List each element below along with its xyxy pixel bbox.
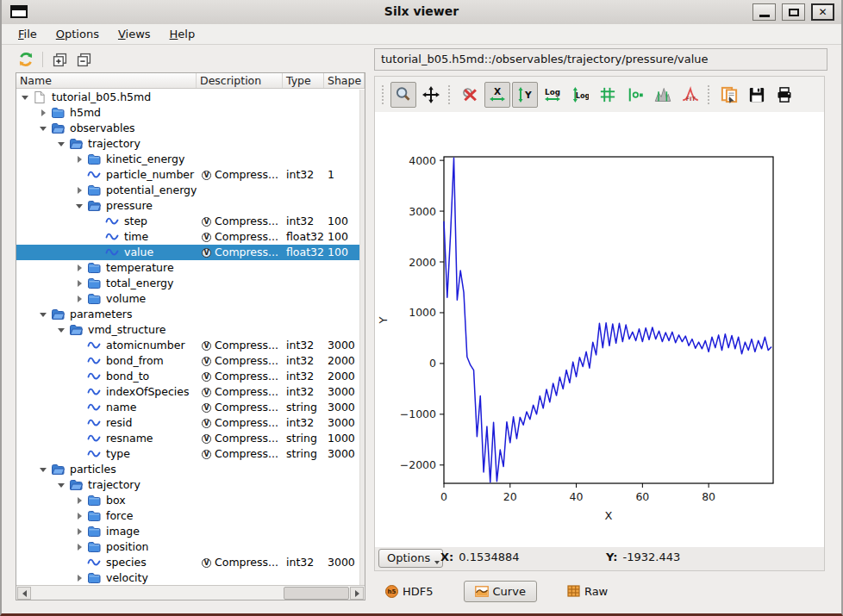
tree-row[interactable]: vmd_structure [16,322,360,338]
folder-icon [87,525,102,538]
tree-row[interactable]: particles [16,462,360,477]
tree-row[interactable]: potential_energy [16,183,360,198]
collapse-arrow-icon[interactable] [20,92,30,103]
tree-row[interactable]: timeVCompress...float32100 [16,229,360,245]
shape-cell [324,121,360,136]
collapse-all-button[interactable] [72,48,96,71]
scrollbar-thumb[interactable] [284,587,349,600]
scroll-right-arrow[interactable] [350,587,364,600]
histogram-button[interactable] [650,82,676,108]
expand-arrow-icon[interactable] [74,542,84,552]
tree-row[interactable]: nameVCompress...string3000 [16,400,360,415]
tree-row[interactable]: valueVCompress...float32100 [16,245,360,260]
x-log-scale-button[interactable]: Log [540,82,565,108]
close-button[interactable]: ✕ [811,3,834,21]
expand-arrow-icon[interactable] [74,263,84,273]
expand-arrow-icon[interactable] [74,294,84,304]
tab-curve[interactable]: Curve [464,581,537,602]
y-autoscale-button[interactable]: Y [512,82,538,108]
refresh-button[interactable] [14,48,38,71]
expand-arrow-icon[interactable] [74,495,84,506]
tree-row[interactable]: observables [16,121,360,136]
tree-row[interactable]: pressure [16,198,360,214]
tree-row[interactable]: typeVCompress...string3000 [16,446,360,462]
tab-raw[interactable]: Raw [556,581,619,602]
column-header-shape[interactable]: Shape [324,73,365,88]
options-button[interactable]: Options [378,549,443,568]
minimize-button[interactable] [752,3,776,21]
zoom-mode-button[interactable] [390,82,416,108]
collapse-arrow-icon[interactable] [74,201,84,211]
expand-arrow-icon[interactable] [74,526,84,537]
save-button[interactable] [744,82,770,108]
expand-all-button[interactable] [47,48,72,71]
column-header-type[interactable]: Type [283,73,324,88]
copy-button[interactable] [716,82,742,108]
panel-splitter[interactable] [366,72,374,600]
x-autoscale-button[interactable]: X [484,82,510,108]
tree-row[interactable]: force [16,508,360,524]
tree-row[interactable]: resnameVCompress...string1000 [16,431,360,446]
pan-mode-button[interactable] [418,82,444,108]
column-header-name[interactable]: Name [16,73,197,88]
collapse-arrow-icon[interactable] [38,123,48,134]
open-folder-icon [51,463,66,476]
tree-row[interactable]: particle_numberVCompress...int321 [16,167,360,183]
tree-row[interactable]: volume [16,291,360,307]
collapse-arrow-icon[interactable] [56,480,66,490]
tree-row[interactable]: trajectory [16,136,360,152]
tab-hdf5[interactable]: h5 HDF5 [374,581,445,602]
reset-zoom-button[interactable] [457,82,483,108]
tree-row[interactable]: speciesVCompress...int323000 [16,555,360,570]
node-label: atomicnumber [105,338,185,353]
collapse-arrow-icon[interactable] [38,464,48,475]
tree-vertical-scrollbar[interactable] [359,90,365,586]
expand-arrow-icon[interactable] [74,511,84,521]
tree-row[interactable]: parameters [16,307,360,322]
shape-cell [324,260,360,276]
tree-row[interactable]: bond_fromVCompress...int322000 [16,353,360,369]
expand-arrow-icon[interactable] [74,573,84,583]
collapse-arrow-icon[interactable] [38,309,48,320]
y-log-scale-button[interactable]: Log [567,82,593,108]
v-badge-icon: V [202,341,211,351]
expand-arrow-icon[interactable] [74,185,84,196]
expand-arrow-icon[interactable] [74,154,84,165]
tree-row[interactable]: h5md [16,105,360,121]
tree-row[interactable]: trajectory [16,477,360,493]
tree-row[interactable]: atomicnumberVCompress...int323000 [16,338,360,353]
curve-plot[interactable]: 020406080−2000−100001000200030004000XY [375,112,824,547]
expand-arrow-icon[interactable] [74,278,84,289]
tree-row[interactable]: residVCompress...int323000 [16,415,360,431]
collapse-arrow-icon[interactable] [56,325,66,335]
menu-file[interactable]: File [9,26,47,42]
maximize-button[interactable] [782,3,805,21]
tree-row[interactable]: image [16,524,360,539]
folder-icon [87,540,102,554]
grid-button[interactable] [595,82,621,108]
scroll-left-arrow[interactable] [17,587,31,600]
tree-row[interactable]: bond_toVCompress...int322000 [16,369,360,384]
tree-horizontal-scrollbar[interactable] [16,585,365,600]
tree-row[interactable]: position [16,539,360,555]
column-header-description[interactable]: Description [197,73,283,88]
print-button[interactable] [771,82,797,108]
dataset-wave-icon [105,215,120,228]
menu-options[interactable]: Options [47,26,109,42]
menu-views[interactable]: Views [109,26,160,42]
expand-arrow-icon[interactable] [38,108,48,118]
tree-row[interactable]: total_energy [16,276,360,291]
tree-row[interactable]: stepVCompress...int32100 [16,214,360,229]
collapse-arrow-icon[interactable] [56,139,66,149]
tree-row[interactable]: temperature [16,260,360,276]
fit-button[interactable]: FIT [678,82,703,108]
tree-row[interactable]: kinetic_energy [16,152,360,167]
tree-row[interactable]: box [16,493,360,508]
curve-style-button[interactable] [622,82,648,108]
menu-help[interactable]: Help [160,26,205,42]
node-label: trajectory [87,136,140,152]
tree-row[interactable]: tutorial_b05.h5md [16,90,360,105]
tree-row[interactable]: indexOfSpeciesVCompress...int323000 [16,384,360,400]
plot-canvas[interactable]: 020406080−2000−100001000200030004000XY [375,112,824,547]
tree-row[interactable]: velocity [16,570,360,586]
